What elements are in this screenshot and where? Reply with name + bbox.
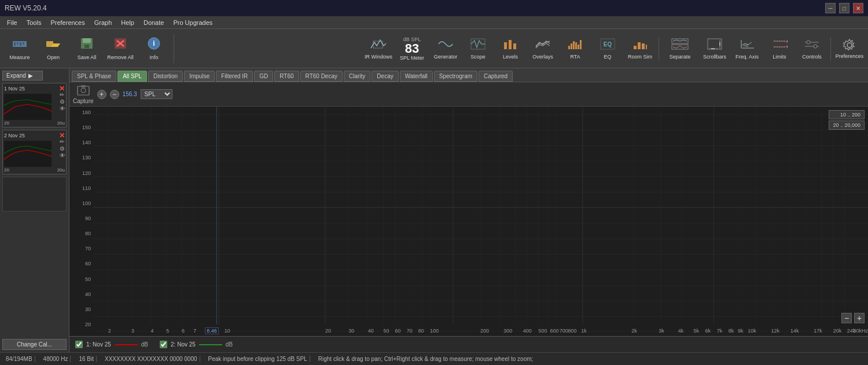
scrollbars-button[interactable]: Scrollbars: [700, 32, 730, 65]
x-label-7k: 7k: [717, 328, 723, 334]
menu-tools[interactable]: Tools: [22, 18, 46, 27]
status-signal: XXXXXXXX XXXXXXXX 0000 0000: [102, 356, 200, 362]
tab-rt60-decay[interactable]: RT60 Decay: [300, 71, 343, 82]
open-button[interactable]: Open: [37, 32, 69, 65]
y-label-120: 120: [82, 170, 91, 176]
menu-graph[interactable]: Graph: [90, 18, 117, 27]
tab-spectrogram[interactable]: Spectrogram: [434, 71, 477, 82]
eq-icon: EQ: [599, 38, 616, 53]
generator-icon: [437, 38, 454, 53]
info-button[interactable]: i Info: [138, 32, 170, 65]
generator-button[interactable]: Generator: [431, 32, 461, 65]
meas-1-settings-icon[interactable]: ⚙: [60, 98, 65, 105]
spl-select[interactable]: SPL Phase: [141, 89, 172, 99]
open-label: Open: [47, 54, 60, 60]
change-cal-button[interactable]: Change Cal...: [2, 339, 67, 350]
tab-all-spl[interactable]: All SPL: [117, 71, 147, 82]
tab-decay[interactable]: Decay: [372, 71, 398, 82]
menu-preferences[interactable]: Preferences: [46, 18, 89, 27]
tab-clarity[interactable]: Clarity: [344, 71, 370, 82]
zoom-minus-btn[interactable]: −: [841, 313, 852, 323]
ir-windows-button[interactable]: IR Windows: [363, 32, 393, 65]
preferences-button[interactable]: Preferences: [834, 32, 865, 65]
minimize-button[interactable]: ─: [825, 3, 836, 13]
menu-pro-upgrades[interactable]: Pro Upgrades: [168, 18, 217, 27]
svg-rect-3: [20, 42, 21, 46]
remove-all-button[interactable]: Remove All: [104, 32, 137, 65]
tab-spl-phase[interactable]: SPL & Phase: [72, 71, 116, 82]
freq-axis-icon: Hz: [739, 38, 755, 53]
remove-all-icon: [112, 36, 128, 53]
zoom-out-chart-btn[interactable]: −: [110, 90, 119, 99]
y-axis: 160 150 140 130 120 110 100 90 80 70 60 …: [69, 107, 93, 336]
controls-label: Controls: [802, 54, 822, 60]
maximize-button[interactable]: □: [839, 3, 849, 13]
measure-button[interactable]: Measure: [3, 32, 36, 65]
x-label-14k: 14k: [790, 328, 799, 334]
controls-icon: [804, 38, 820, 53]
status-memory: 84/194MB: [3, 356, 35, 362]
left-panel: Expand ▶ 1 Nov 25 ✕ ✏: [0, 68, 69, 352]
x-label-800: 800: [568, 328, 576, 334]
graph-main[interactable]: 2 3 4 5 6 7 8.46 10 20 30 40 50 60 70 80: [93, 107, 868, 336]
rta-button[interactable]: RTA: [560, 32, 590, 65]
legend-check-1[interactable]: [75, 341, 83, 348]
meas-2-eye-icon[interactable]: 👁: [60, 152, 65, 159]
y-label-100: 100: [82, 200, 91, 206]
measurement-item-2: 2 Nov 25 ✕ ✏ ⚙ 👁 20: [2, 130, 67, 174]
svg-rect-56: [81, 85, 86, 87]
tab-filtered-ir[interactable]: Filtered IR: [216, 71, 253, 82]
ir-windows-label: IR Windows: [365, 54, 392, 60]
svg-point-51: [847, 43, 852, 48]
freq-axis-button[interactable]: Hz Freq. Axis: [732, 32, 762, 65]
x-label-2: 2: [108, 328, 111, 334]
scope-button[interactable]: Scope: [463, 32, 493, 65]
tab-impulse[interactable]: Impulse: [184, 71, 215, 82]
menu-help[interactable]: Help: [116, 18, 139, 27]
menu-file[interactable]: File: [2, 18, 22, 27]
room-sim-button[interactable]: Room Sim: [625, 32, 655, 65]
legend-check-2[interactable]: [160, 341, 167, 348]
x-label-5: 5: [166, 328, 169, 334]
svg-rect-52: [4, 94, 52, 120]
svg-rect-27: [634, 46, 637, 49]
range-btn-20-20000[interactable]: 20 .. 20,000: [829, 121, 865, 130]
zoom-plus-btn[interactable]: +: [854, 313, 865, 323]
meas-2-edit-icon[interactable]: ✏: [60, 138, 65, 145]
graph-container[interactable]: 160 150 140 130 120 110 100 90 80 70 60 …: [69, 107, 868, 336]
x-label-6: 6: [182, 328, 185, 334]
eq-button[interactable]: EQ EQ: [593, 32, 623, 65]
levels-button[interactable]: Levels: [495, 32, 525, 65]
spl-meter-button[interactable]: dB SPL 83 SPL Meter: [396, 32, 428, 65]
tab-gd[interactable]: GD: [254, 71, 273, 82]
x-label-17k: 17k: [814, 328, 822, 334]
separate-button[interactable]: Separate: [663, 32, 697, 65]
tab-captured[interactable]: Captured: [479, 71, 513, 82]
meas-1-eye-icon[interactable]: 👁: [60, 105, 65, 112]
meas-2-settings-icon[interactable]: ⚙: [60, 145, 65, 152]
limits-button[interactable]: ▲ ▼ Limits: [764, 32, 795, 65]
svg-rect-18: [513, 43, 516, 49]
save-all-button[interactable]: Save All: [71, 32, 103, 65]
close-button[interactable]: ✕: [853, 3, 863, 13]
tab-rt60[interactable]: RT60: [274, 71, 299, 82]
toolbar-separator-1: [174, 34, 174, 63]
tabs-row: SPL & Phase All SPL Distortion Impulse F…: [69, 68, 868, 82]
status-sample-rate: 48000 Hz: [41, 356, 71, 362]
range-buttons: 10 .. 200 20 .. 20,000: [829, 110, 865, 130]
measure-icon: [12, 36, 28, 53]
meas-1-edit-icon[interactable]: ✏: [60, 92, 65, 98]
tab-waterfall[interactable]: Waterfall: [400, 71, 433, 82]
x-label-5k: 5k: [694, 328, 700, 334]
scrollbars-icon: [707, 38, 723, 53]
range-btn-10-200[interactable]: 10 .. 200: [829, 110, 865, 119]
y-label-160: 160: [82, 110, 91, 115]
controls-button[interactable]: Controls: [797, 32, 827, 65]
zoom-in-chart-btn[interactable]: +: [97, 90, 106, 99]
menu-donate[interactable]: Donate: [139, 18, 168, 27]
tab-distortion[interactable]: Distortion: [148, 71, 183, 82]
save-all-icon: [79, 36, 95, 53]
meas-1-icons: ✏ ⚙ 👁: [60, 92, 65, 112]
overlays-button[interactable]: Overlays: [528, 32, 558, 65]
expand-button[interactable]: Expand ▶: [2, 71, 43, 81]
